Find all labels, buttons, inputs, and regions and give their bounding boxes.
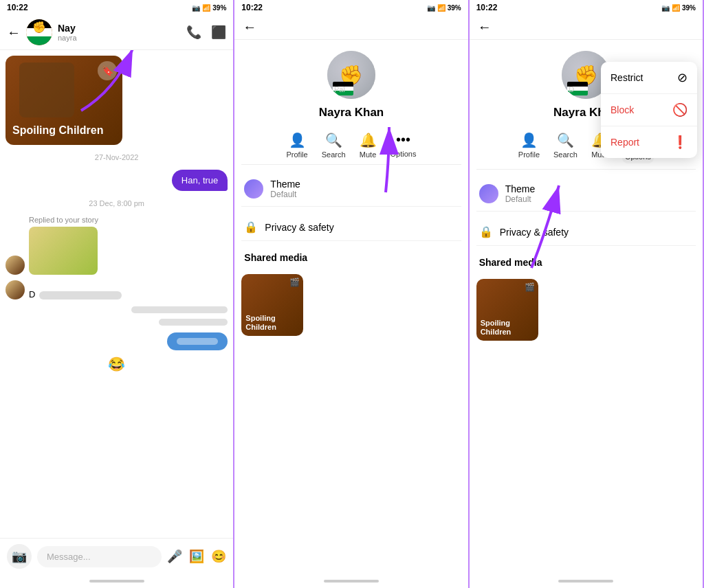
- message-input[interactable]: Message...: [37, 546, 162, 567]
- battery-text-2: 39%: [448, 4, 461, 12]
- mute-icon: 🔔: [360, 132, 377, 148]
- bubble-blue: [167, 332, 228, 350]
- mic-icon[interactable]: 🎤: [167, 549, 182, 564]
- shared-media-title-3: Shared media: [476, 253, 696, 272]
- lock-icon: 🔒: [244, 220, 258, 234]
- timestamp-2: 23 Dec, 8:00 pm: [6, 199, 228, 207]
- theme-title: Theme: [270, 179, 458, 190]
- profile-label-3: Profile: [518, 150, 540, 159]
- search-button[interactable]: 🔍 Search: [322, 132, 346, 159]
- profile-header-3: ←: [470, 15, 703, 40]
- report-label: Report: [610, 137, 639, 148]
- reply-label: Replied to your story: [29, 216, 98, 224]
- blur-line-2: [159, 319, 228, 326]
- story-figure: [19, 63, 74, 117]
- theme-text-3: Theme Default: [505, 183, 693, 204]
- privacy-label: Privacy & safety: [265, 222, 333, 233]
- media-thumb[interactable]: 🎬 Spoiling Children: [241, 274, 303, 336]
- back-button[interactable]: ←: [7, 25, 21, 41]
- restrict-option[interactable]: Restrict ⊘: [601, 62, 697, 94]
- bookmark-icon[interactable]: 🔖: [98, 61, 117, 80]
- time-3: 10:22: [476, 3, 498, 12]
- story-title: Spoiling Children: [12, 124, 103, 137]
- options-dropdown: Restrict ⊘ Block 🚫 Report ❗: [601, 62, 697, 158]
- image-icon[interactable]: 🖼️: [189, 549, 204, 564]
- profile-label: Profile: [287, 150, 308, 159]
- shared-media-title: Shared media: [241, 248, 461, 267]
- profile-body: ✊ Pal Nayra Khan 👤 Profile 🔍 Search 🔔 Mu…: [234, 40, 468, 574]
- header-actions: 📞 ⬛: [186, 25, 226, 40]
- profile-button[interactable]: 👤 Profile: [287, 132, 308, 159]
- header-name-block: Nay nayra: [58, 23, 181, 42]
- theme-row-3[interactable]: Theme Default: [476, 177, 696, 212]
- reply-thumbnail: [29, 227, 98, 275]
- report-option[interactable]: Report ❗: [601, 126, 697, 158]
- time-2: 10:22: [241, 3, 263, 12]
- mute-button[interactable]: 🔔 Mute: [360, 132, 377, 159]
- theme-row[interactable]: Theme Default: [241, 172, 461, 207]
- battery-text-3: 39%: [682, 4, 696, 12]
- notification-icon: 📷: [192, 4, 200, 12]
- media-thumb-3[interactable]: 🎬 Spoiling Children: [476, 279, 538, 341]
- chat-panel: 10:22 📷 📶 39% ← ✊ Nay nayra 📞 ⬛ Spo: [0, 0, 234, 588]
- privacy-row[interactable]: 🔒 Privacy & safety: [241, 214, 461, 241]
- blur-in-bubble: [177, 338, 218, 345]
- notification-icon-2: 📷: [427, 4, 435, 12]
- status-icons-2: 📷 📶 39%: [427, 4, 461, 12]
- media-thumb-text: Spoiling Children: [245, 314, 303, 332]
- options-label: Options: [390, 150, 417, 158]
- wifi-icon-2: 📶: [437, 4, 446, 12]
- sticker-icon[interactable]: 😊: [211, 549, 226, 564]
- media-thumb-icon-3: 🎬: [525, 282, 535, 292]
- camera-button[interactable]: 📷: [7, 544, 32, 569]
- options-icon: •••: [396, 132, 410, 148]
- back-button-2[interactable]: ←: [243, 19, 256, 35]
- options-button[interactable]: ••• Options: [390, 132, 417, 159]
- profile-button-3[interactable]: 👤 Profile: [518, 132, 540, 163]
- timestamp-1: 27-Nov-2022: [6, 153, 228, 161]
- profile-header: ←: [234, 15, 468, 40]
- theme-sub: Default: [270, 190, 458, 199]
- wifi-icon-3: 📶: [672, 4, 680, 12]
- theme-text: Theme Default: [270, 179, 458, 199]
- blurred-message: [39, 291, 122, 299]
- profile-avatar[interactable]: ✊ Pal: [327, 51, 375, 99]
- back-button-3[interactable]: ←: [478, 19, 492, 35]
- media-thumb-text-3: Spoiling Children: [481, 319, 538, 337]
- story-card[interactable]: Spoiling Children 🔖: [6, 56, 122, 145]
- search-button-3[interactable]: 🔍 Search: [553, 132, 578, 163]
- theme-sub-3: Default: [505, 194, 693, 204]
- profile-panel-options: 10:22 📷 📶 39% ← ✊ D Nayra Khan 👤 Profile: [470, 0, 704, 588]
- media-thumb-icon: 🎬: [289, 278, 300, 287]
- home-indicator-3: [558, 580, 613, 583]
- search-icon: 🔍: [325, 132, 342, 148]
- d-message-row: D: [6, 280, 228, 299]
- profile-panel: 10:22 📷 📶 39% ← ✊ Pal Nayra Khan 👤 Profi…: [234, 0, 469, 588]
- bottom-bar-3: [470, 574, 703, 588]
- phone-icon[interactable]: 📞: [186, 25, 201, 40]
- status-bar-3: 10:22 📷 📶 39%: [470, 0, 703, 15]
- video-icon[interactable]: ⬛: [211, 25, 226, 40]
- restrict-icon: ⊘: [677, 70, 688, 85]
- d-label: D: [29, 289, 35, 299]
- status-icons: 📷 📶 39%: [192, 4, 226, 12]
- profile-icon-3: 👤: [520, 132, 538, 148]
- profile-name: Nayra Khan: [319, 106, 384, 120]
- privacy-row-3[interactable]: 🔒 Privacy & safety: [476, 218, 696, 246]
- avatar[interactable]: ✊: [26, 19, 52, 45]
- home-indicator: [89, 580, 144, 583]
- chat-body: Spoiling Children 🔖 27-Nov-2022 Han, tru…: [0, 50, 233, 538]
- chat-header: ← ✊ Nay nayra 📞 ⬛: [0, 15, 233, 50]
- small-avatar-d: [6, 280, 25, 299]
- privacy-label-3: Privacy & safety: [500, 227, 569, 238]
- bubble-han-true: Han, true: [172, 170, 228, 191]
- status-bar-2: 10:22 📷 📶 39%: [234, 0, 468, 15]
- input-action-icons: 🎤 🖼️ 😊: [167, 549, 226, 564]
- search-label-3: Search: [553, 150, 578, 159]
- block-option[interactable]: Block 🚫: [601, 94, 697, 126]
- contact-name: Nay: [58, 23, 181, 34]
- avatar-inner: ✊ Pal: [327, 51, 375, 99]
- theme-dot: [244, 179, 263, 199]
- chat-input-bar: 📷 Message... 🎤 🖼️ 😊: [0, 538, 233, 574]
- blur-line-1: [131, 306, 228, 313]
